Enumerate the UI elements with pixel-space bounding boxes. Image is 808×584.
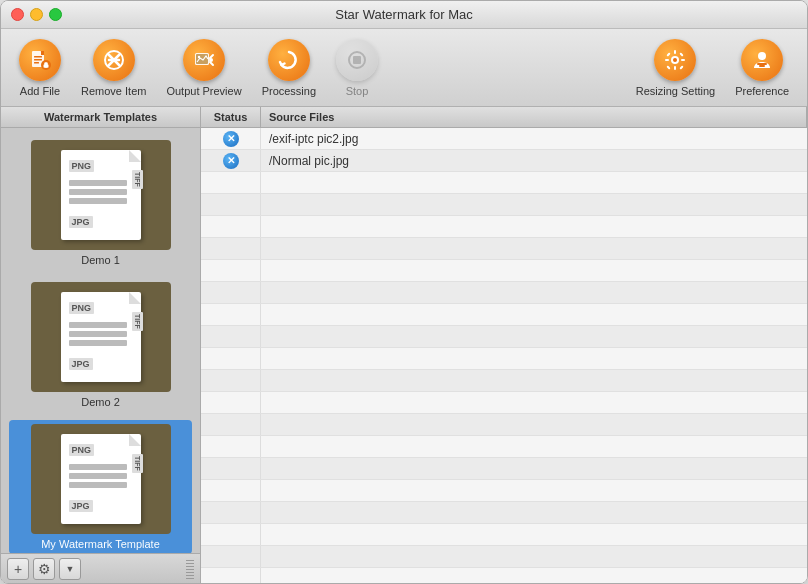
empty-row xyxy=(201,568,807,583)
resizing-setting-svg xyxy=(663,48,687,72)
remove-item-label: Remove Item xyxy=(81,85,146,97)
file-list: ✕ /exif-iptc pic2.jpg ✕ /Normal pic.jpg xyxy=(201,128,807,583)
template-item[interactable]: PNG JPG TIFF Demo 2 xyxy=(9,278,192,412)
dropdown-template-button[interactable]: ▼ xyxy=(59,558,81,580)
file-row[interactable]: ✕ /Normal pic.jpg xyxy=(201,150,807,172)
empty-status xyxy=(201,282,261,303)
empty-row xyxy=(201,370,807,392)
svg-rect-28 xyxy=(667,52,671,56)
svg-line-17 xyxy=(210,55,213,58)
empty-row xyxy=(201,480,807,502)
doc-line xyxy=(69,198,127,204)
preference-button[interactable]: Preference xyxy=(725,33,799,103)
template-item[interactable]: PNG JPG TIFF Demo 1 xyxy=(9,136,192,270)
output-preview-label: Output Preview xyxy=(166,85,241,97)
remove-item-svg xyxy=(102,48,126,72)
processing-label: Processing xyxy=(262,85,316,97)
doc-lines xyxy=(69,180,127,215)
empty-status xyxy=(201,502,261,523)
jpg-label: JPG xyxy=(69,216,93,228)
empty-row xyxy=(201,414,807,436)
stop-button[interactable]: Stop xyxy=(326,33,388,103)
empty-status xyxy=(201,194,261,215)
add-file-icon xyxy=(19,39,61,81)
remove-item-button[interactable]: Remove Item xyxy=(71,33,156,103)
resizing-setting-label: Resizing Setting xyxy=(636,85,716,97)
template-doc: PNG JPG TIFF xyxy=(61,150,141,240)
empty-row xyxy=(201,436,807,458)
svg-rect-21 xyxy=(353,56,361,64)
resizing-setting-button[interactable]: Resizing Setting xyxy=(626,33,726,103)
processing-svg xyxy=(277,48,301,72)
status-x-icon: ✕ xyxy=(227,133,235,144)
doc-line xyxy=(69,464,127,470)
file-list-header: Status Source Files xyxy=(201,107,807,128)
add-template-button[interactable]: + xyxy=(7,558,29,580)
svg-point-16 xyxy=(198,55,200,57)
empty-row xyxy=(201,326,807,348)
svg-rect-25 xyxy=(674,66,676,70)
output-preview-svg xyxy=(192,48,216,72)
add-file-label: Add File xyxy=(20,85,60,97)
doc-lines xyxy=(69,322,127,357)
remove-item-icon xyxy=(93,39,135,81)
empty-status xyxy=(201,546,261,567)
window-controls xyxy=(11,8,62,21)
template-thumbnail: PNG JPG TIFF xyxy=(31,282,171,392)
svg-rect-34 xyxy=(757,63,767,65)
svg-rect-30 xyxy=(667,65,671,69)
file-row[interactable]: ✕ /exif-iptc pic2.jpg xyxy=(201,128,807,150)
stop-label: Stop xyxy=(346,85,369,97)
status-x-icon: ✕ xyxy=(227,155,235,166)
doc-line xyxy=(69,473,127,479)
empty-status xyxy=(201,238,261,259)
svg-rect-33 xyxy=(759,65,765,67)
window-title: Star Watermark for Mac xyxy=(335,7,472,22)
empty-status xyxy=(201,524,261,545)
empty-status xyxy=(201,458,261,479)
empty-status xyxy=(201,216,261,237)
preference-svg xyxy=(750,48,774,72)
output-preview-icon xyxy=(183,39,225,81)
processing-icon xyxy=(268,39,310,81)
empty-row xyxy=(201,348,807,370)
template-bottom-toolbar: + ⚙ ▼ xyxy=(1,553,200,583)
main-window: Star Watermark for Mac Add File xyxy=(0,0,808,584)
resize-handle[interactable] xyxy=(186,559,194,579)
processing-button[interactable]: Processing xyxy=(252,33,326,103)
empty-status xyxy=(201,172,261,193)
svg-rect-29 xyxy=(680,52,684,56)
template-list: PNG JPG TIFF Demo 1 xyxy=(1,128,200,553)
empty-status xyxy=(201,414,261,435)
empty-status xyxy=(201,436,261,457)
file-status: ✕ xyxy=(201,128,261,149)
doc-line xyxy=(69,189,127,195)
empty-status xyxy=(201,392,261,413)
empty-row xyxy=(201,524,807,546)
file-status: ✕ xyxy=(201,150,261,171)
doc-line xyxy=(69,180,127,186)
preference-label: Preference xyxy=(735,85,789,97)
add-file-button[interactable]: Add File xyxy=(9,33,71,103)
doc-line xyxy=(69,331,127,337)
svg-point-23 xyxy=(673,58,677,62)
empty-row xyxy=(201,502,807,524)
template-name: Demo 1 xyxy=(81,254,120,266)
svg-rect-26 xyxy=(665,59,669,61)
preference-icon xyxy=(741,39,783,81)
file-name: /exif-iptc pic2.jpg xyxy=(261,132,807,146)
output-preview-button[interactable]: Output Preview xyxy=(156,33,251,103)
settings-template-button[interactable]: ⚙ xyxy=(33,558,55,580)
minimize-button[interactable] xyxy=(30,8,43,21)
empty-status xyxy=(201,304,261,325)
template-item-selected[interactable]: PNG JPG TIFF My Watermark Template xyxy=(9,420,192,553)
status-icon: ✕ xyxy=(223,153,239,169)
svg-point-32 xyxy=(758,52,766,60)
close-button[interactable] xyxy=(11,8,24,21)
main-content: Watermark Templates PNG JPG TIFF xyxy=(1,107,807,583)
maximize-button[interactable] xyxy=(49,8,62,21)
empty-row xyxy=(201,172,807,194)
tiff-label: TIFF xyxy=(132,170,143,189)
empty-status xyxy=(201,348,261,369)
svg-rect-9 xyxy=(45,62,48,67)
